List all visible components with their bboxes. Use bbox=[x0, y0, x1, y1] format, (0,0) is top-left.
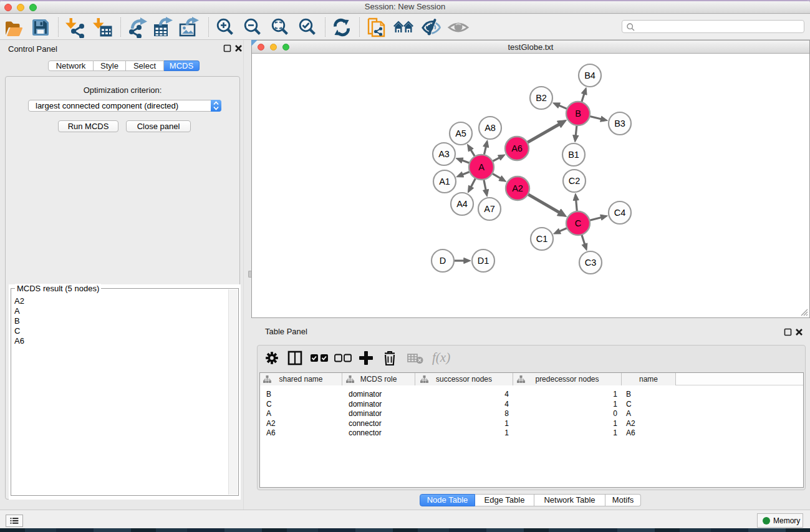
svg-text:A5: A5 bbox=[455, 128, 466, 138]
svg-text:f(x): f(x) bbox=[432, 350, 450, 365]
svg-text:C1: C1 bbox=[536, 234, 548, 244]
svg-text:A3: A3 bbox=[438, 149, 450, 159]
svg-text:D1: D1 bbox=[478, 256, 489, 266]
svg-text:A6: A6 bbox=[511, 143, 523, 153]
svg-text:C3: C3 bbox=[585, 258, 597, 268]
svg-text:B3: B3 bbox=[614, 118, 625, 128]
svg-text:A1: A1 bbox=[439, 177, 450, 186]
svg-text:A: A bbox=[478, 162, 485, 172]
svg-text:D: D bbox=[440, 256, 446, 266]
svg-text:A8: A8 bbox=[485, 123, 496, 133]
svg-text:A7: A7 bbox=[484, 204, 495, 214]
svg-text:C4: C4 bbox=[614, 208, 626, 218]
svg-text:A4: A4 bbox=[456, 199, 468, 209]
svg-text:B4: B4 bbox=[584, 70, 595, 80]
svg-text:A2: A2 bbox=[512, 183, 523, 193]
svg-text:C: C bbox=[575, 218, 581, 228]
svg-text:B1: B1 bbox=[568, 150, 579, 160]
svg-text:B2: B2 bbox=[536, 93, 547, 103]
svg-text:B: B bbox=[575, 109, 581, 118]
svg-text:C2: C2 bbox=[569, 176, 581, 186]
